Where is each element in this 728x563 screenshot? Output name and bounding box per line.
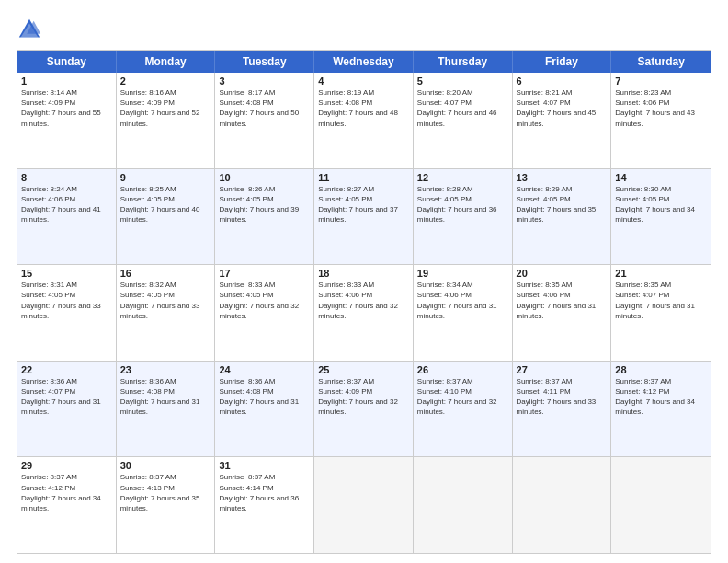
day-number: 3 — [219, 75, 310, 86]
day-number: 22 — [21, 364, 112, 375]
cell-info: Sunrise: 8:26 AMSunset: 4:05 PMDaylight:… — [219, 185, 299, 224]
calendar-cell: 16 Sunrise: 8:32 AMSunset: 4:05 PMDaylig… — [117, 265, 216, 361]
calendar-row: 15 Sunrise: 8:31 AMSunset: 4:05 PMDaylig… — [17, 265, 711, 362]
calendar-row: 1 Sunrise: 8:14 AMSunset: 4:09 PMDayligh… — [17, 73, 711, 169]
calendar-cell: 29 Sunrise: 8:37 AMSunset: 4:12 PMDaylig… — [17, 457, 117, 553]
header — [17, 17, 711, 42]
cell-info: Sunrise: 8:37 AMSunset: 4:13 PMDaylight:… — [120, 473, 200, 512]
calendar-cell: 3 Sunrise: 8:17 AMSunset: 4:08 PMDayligh… — [215, 73, 314, 168]
day-number: 2 — [120, 75, 211, 86]
calendar-body: 1 Sunrise: 8:14 AMSunset: 4:09 PMDayligh… — [17, 73, 711, 553]
cell-info: Sunrise: 8:33 AMSunset: 4:05 PMDaylight:… — [219, 281, 299, 320]
page: SundayMondayTuesdayWednesdayThursdayFrid… — [0, 0, 728, 563]
calendar-row: 22 Sunrise: 8:36 AMSunset: 4:07 PMDaylig… — [17, 362, 711, 458]
cell-info: Sunrise: 8:21 AMSunset: 4:07 PMDaylight:… — [517, 88, 597, 128]
calendar-cell: 14 Sunrise: 8:30 AMSunset: 4:05 PMDaylig… — [611, 169, 711, 265]
day-number: 19 — [417, 268, 508, 279]
day-number: 1 — [21, 75, 112, 86]
cell-info: Sunrise: 8:32 AMSunset: 4:05 PMDaylight:… — [120, 281, 200, 320]
calendar-cell: 6 Sunrise: 8:21 AMSunset: 4:07 PMDayligh… — [513, 73, 612, 168]
day-number: 13 — [517, 172, 608, 183]
header-day: Monday — [117, 51, 216, 73]
calendar-cell — [314, 457, 414, 553]
cell-info: Sunrise: 8:37 AMSunset: 4:10 PMDaylight:… — [417, 377, 497, 417]
calendar-cell: 31 Sunrise: 8:37 AMSunset: 4:14 PMDaylig… — [215, 457, 314, 553]
day-number: 30 — [120, 460, 211, 471]
calendar: SundayMondayTuesdayWednesdayThursdayFrid… — [17, 50, 711, 554]
calendar-cell — [611, 457, 711, 553]
cell-info: Sunrise: 8:23 AMSunset: 4:06 PMDaylight:… — [615, 88, 695, 128]
calendar-cell: 20 Sunrise: 8:35 AMSunset: 4:06 PMDaylig… — [513, 265, 612, 361]
calendar-cell: 9 Sunrise: 8:25 AMSunset: 4:05 PMDayligh… — [117, 169, 216, 265]
day-number: 5 — [417, 75, 508, 86]
cell-info: Sunrise: 8:37 AMSunset: 4:12 PMDaylight:… — [615, 377, 695, 417]
header-day: Tuesday — [215, 51, 314, 73]
day-number: 18 — [318, 268, 409, 279]
cell-info: Sunrise: 8:31 AMSunset: 4:05 PMDaylight:… — [21, 281, 101, 320]
calendar-cell: 26 Sunrise: 8:37 AMSunset: 4:10 PMDaylig… — [414, 362, 513, 457]
day-number: 9 — [120, 172, 211, 183]
calendar-cell: 10 Sunrise: 8:26 AMSunset: 4:05 PMDaylig… — [215, 169, 314, 265]
cell-info: Sunrise: 8:33 AMSunset: 4:06 PMDaylight:… — [318, 281, 398, 320]
calendar-row: 29 Sunrise: 8:37 AMSunset: 4:12 PMDaylig… — [17, 457, 711, 553]
calendar-cell: 5 Sunrise: 8:20 AMSunset: 4:07 PMDayligh… — [414, 73, 513, 168]
day-number: 8 — [21, 172, 112, 183]
calendar-cell: 22 Sunrise: 8:36 AMSunset: 4:07 PMDaylig… — [17, 362, 117, 457]
cell-info: Sunrise: 8:20 AMSunset: 4:07 PMDaylight:… — [417, 88, 497, 128]
calendar-cell: 4 Sunrise: 8:19 AMSunset: 4:08 PMDayligh… — [314, 73, 414, 168]
cell-info: Sunrise: 8:35 AMSunset: 4:07 PMDaylight:… — [615, 281, 695, 320]
cell-info: Sunrise: 8:35 AMSunset: 4:06 PMDaylight:… — [517, 281, 597, 320]
cell-info: Sunrise: 8:37 AMSunset: 4:12 PMDaylight:… — [21, 473, 101, 512]
header-day: Thursday — [414, 51, 513, 73]
header-day: Saturday — [611, 51, 711, 73]
header-day: Wednesday — [314, 51, 414, 73]
calendar-cell: 30 Sunrise: 8:37 AMSunset: 4:13 PMDaylig… — [117, 457, 216, 553]
cell-info: Sunrise: 8:16 AMSunset: 4:09 PMDaylight:… — [120, 88, 200, 128]
day-number: 12 — [417, 172, 508, 183]
cell-info: Sunrise: 8:36 AMSunset: 4:07 PMDaylight:… — [21, 377, 101, 417]
day-number: 31 — [219, 460, 310, 471]
calendar-cell: 21 Sunrise: 8:35 AMSunset: 4:07 PMDaylig… — [611, 265, 711, 361]
day-number: 23 — [120, 364, 211, 375]
calendar-row: 8 Sunrise: 8:24 AMSunset: 4:06 PMDayligh… — [17, 169, 711, 266]
day-number: 10 — [219, 172, 310, 183]
calendar-cell: 24 Sunrise: 8:36 AMSunset: 4:08 PMDaylig… — [215, 362, 314, 457]
day-number: 14 — [615, 172, 707, 183]
calendar-cell: 17 Sunrise: 8:33 AMSunset: 4:05 PMDaylig… — [215, 265, 314, 361]
calendar-cell: 1 Sunrise: 8:14 AMSunset: 4:09 PMDayligh… — [17, 73, 117, 168]
day-number: 6 — [517, 75, 608, 86]
calendar-cell — [414, 457, 513, 553]
calendar-cell: 23 Sunrise: 8:36 AMSunset: 4:08 PMDaylig… — [117, 362, 216, 457]
cell-info: Sunrise: 8:37 AMSunset: 4:14 PMDaylight:… — [219, 473, 299, 512]
calendar-cell: 18 Sunrise: 8:33 AMSunset: 4:06 PMDaylig… — [314, 265, 414, 361]
cell-info: Sunrise: 8:27 AMSunset: 4:05 PMDaylight:… — [318, 185, 398, 224]
calendar-cell: 25 Sunrise: 8:37 AMSunset: 4:09 PMDaylig… — [314, 362, 414, 457]
calendar-cell — [513, 457, 612, 553]
calendar-cell: 15 Sunrise: 8:31 AMSunset: 4:05 PMDaylig… — [17, 265, 117, 361]
day-number: 16 — [120, 268, 211, 279]
day-number: 25 — [318, 364, 409, 375]
cell-info: Sunrise: 8:19 AMSunset: 4:08 PMDaylight:… — [318, 88, 398, 128]
day-number: 11 — [318, 172, 409, 183]
day-number: 21 — [615, 268, 707, 279]
calendar-cell: 13 Sunrise: 8:29 AMSunset: 4:05 PMDaylig… — [513, 169, 612, 265]
logo — [17, 17, 46, 42]
calendar-cell: 11 Sunrise: 8:27 AMSunset: 4:05 PMDaylig… — [314, 169, 414, 265]
cell-info: Sunrise: 8:24 AMSunset: 4:06 PMDaylight:… — [21, 185, 101, 224]
cell-info: Sunrise: 8:37 AMSunset: 4:09 PMDaylight:… — [318, 377, 398, 417]
cell-info: Sunrise: 8:36 AMSunset: 4:08 PMDaylight:… — [219, 377, 299, 417]
calendar-cell: 8 Sunrise: 8:24 AMSunset: 4:06 PMDayligh… — [17, 169, 117, 265]
day-number: 17 — [219, 268, 310, 279]
header-day: Sunday — [17, 51, 117, 73]
calendar-cell: 12 Sunrise: 8:28 AMSunset: 4:05 PMDaylig… — [414, 169, 513, 265]
day-number: 28 — [615, 364, 707, 375]
day-number: 7 — [615, 75, 707, 86]
cell-info: Sunrise: 8:29 AMSunset: 4:05 PMDaylight:… — [517, 185, 597, 224]
calendar-header: SundayMondayTuesdayWednesdayThursdayFrid… — [17, 51, 711, 73]
calendar-cell: 28 Sunrise: 8:37 AMSunset: 4:12 PMDaylig… — [611, 362, 711, 457]
cell-info: Sunrise: 8:37 AMSunset: 4:11 PMDaylight:… — [517, 377, 597, 417]
cell-info: Sunrise: 8:28 AMSunset: 4:05 PMDaylight:… — [417, 185, 497, 224]
cell-info: Sunrise: 8:17 AMSunset: 4:08 PMDaylight:… — [219, 88, 299, 128]
cell-info: Sunrise: 8:30 AMSunset: 4:05 PMDaylight:… — [615, 185, 695, 224]
calendar-cell: 27 Sunrise: 8:37 AMSunset: 4:11 PMDaylig… — [513, 362, 612, 457]
